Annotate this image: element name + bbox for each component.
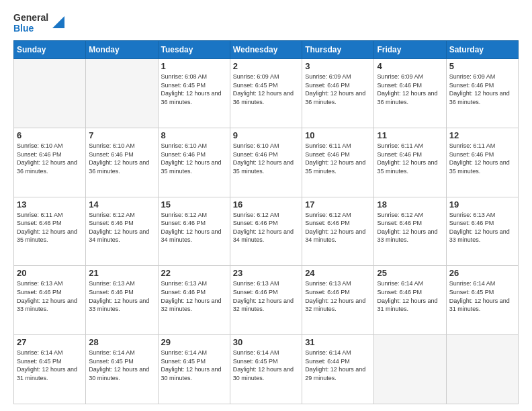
day-number: 21: [89, 268, 154, 278]
day-number: 1: [161, 61, 227, 71]
calendar-cell: 4Sunrise: 6:09 AMSunset: 6:46 PMDaylight…: [374, 59, 446, 128]
daylight-text: Daylight: 12 hours and 32 minutes.: [233, 297, 299, 314]
sunset-text: Sunset: 6:46 PM: [377, 288, 443, 297]
day-info: Sunrise: 6:09 AMSunset: 6:46 PMDaylight:…: [449, 73, 515, 106]
day-number: 20: [17, 268, 83, 278]
calendar-cell: [446, 335, 518, 404]
sunrise-text: Sunrise: 6:08 AM: [161, 73, 227, 81]
calendar-cell: 10Sunrise: 6:11 AMSunset: 6:46 PMDayligh…: [302, 128, 374, 197]
day-number: 22: [161, 268, 227, 278]
day-info: Sunrise: 6:10 AMSunset: 6:46 PMDaylight:…: [233, 142, 299, 175]
sunrise-text: Sunrise: 6:14 AM: [161, 349, 227, 357]
daylight-text: Daylight: 12 hours and 36 minutes.: [377, 89, 443, 106]
sunset-text: Sunset: 6:44 PM: [305, 357, 371, 366]
sunrise-text: Sunrise: 6:10 AM: [161, 142, 227, 150]
sunset-text: Sunset: 6:46 PM: [233, 219, 299, 228]
sunset-text: Sunset: 6:46 PM: [449, 219, 515, 228]
sunset-text: Sunset: 6:46 PM: [305, 81, 371, 90]
sunrise-text: Sunrise: 6:13 AM: [17, 279, 83, 288]
day-number: 10: [305, 130, 371, 140]
sunrise-text: Sunrise: 6:13 AM: [305, 279, 371, 288]
day-number: 28: [89, 337, 154, 347]
daylight-text: Daylight: 12 hours and 34 minutes.: [233, 228, 299, 244]
daylight-text: Daylight: 12 hours and 35 minutes.: [161, 158, 227, 175]
svg-marker-0: [52, 16, 64, 28]
daylight-text: Daylight: 12 hours and 36 minutes.: [161, 89, 227, 106]
sunset-text: Sunset: 6:46 PM: [17, 219, 83, 228]
day-info: Sunrise: 6:14 AMSunset: 6:45 PMDaylight:…: [17, 349, 83, 382]
calendar-cell: 26Sunrise: 6:14 AMSunset: 6:45 PMDayligh…: [446, 266, 518, 335]
day-info: Sunrise: 6:14 AMSunset: 6:45 PMDaylight:…: [449, 279, 515, 313]
sunrise-text: Sunrise: 6:11 AM: [377, 142, 443, 150]
calendar-cell: 11Sunrise: 6:11 AMSunset: 6:46 PMDayligh…: [374, 128, 446, 197]
day-info: Sunrise: 6:13 AMSunset: 6:46 PMDaylight:…: [161, 279, 227, 313]
day-info: Sunrise: 6:12 AMSunset: 6:46 PMDaylight:…: [161, 211, 227, 244]
calendar-cell: [374, 335, 446, 404]
calendar-cell: 8Sunrise: 6:10 AMSunset: 6:46 PMDaylight…: [158, 128, 230, 197]
day-number: 23: [233, 268, 299, 278]
week-row-4: 20Sunrise: 6:13 AMSunset: 6:46 PMDayligh…: [14, 266, 519, 335]
day-info: Sunrise: 6:14 AMSunset: 6:46 PMDaylight:…: [377, 279, 443, 313]
day-info: Sunrise: 6:08 AMSunset: 6:45 PMDaylight:…: [161, 73, 227, 106]
sunset-text: Sunset: 6:45 PM: [17, 357, 83, 366]
week-row-3: 13Sunrise: 6:11 AMSunset: 6:46 PMDayligh…: [14, 197, 519, 266]
daylight-text: Daylight: 12 hours and 31 minutes.: [377, 297, 443, 314]
calendar-cell: 23Sunrise: 6:13 AMSunset: 6:46 PMDayligh…: [230, 266, 302, 335]
sunrise-text: Sunrise: 6:14 AM: [305, 349, 371, 357]
day-number: 19: [449, 199, 515, 210]
day-number: 27: [17, 337, 83, 347]
calendar-cell: 14Sunrise: 6:12 AMSunset: 6:46 PMDayligh…: [86, 197, 158, 266]
daylight-text: Daylight: 12 hours and 33 minutes.: [377, 228, 443, 244]
daylight-text: Daylight: 12 hours and 30 minutes.: [89, 365, 154, 382]
sunset-text: Sunset: 6:46 PM: [449, 150, 515, 159]
daylight-text: Daylight: 12 hours and 34 minutes.: [305, 228, 371, 244]
sunset-text: Sunset: 6:46 PM: [161, 219, 227, 228]
day-info: Sunrise: 6:11 AMSunset: 6:46 PMDaylight:…: [377, 142, 443, 175]
col-header-saturday: Saturday: [446, 41, 518, 59]
day-number: 3: [305, 61, 371, 71]
col-header-friday: Friday: [374, 41, 446, 59]
calendar-cell: 9Sunrise: 6:10 AMSunset: 6:46 PMDaylight…: [230, 128, 302, 197]
day-info: Sunrise: 6:10 AMSunset: 6:46 PMDaylight:…: [161, 142, 227, 175]
col-header-sunday: Sunday: [14, 41, 86, 59]
col-header-monday: Monday: [86, 41, 158, 59]
calendar-cell: 20Sunrise: 6:13 AMSunset: 6:46 PMDayligh…: [14, 266, 86, 335]
sunset-text: Sunset: 6:45 PM: [89, 357, 154, 366]
sunrise-text: Sunrise: 6:14 AM: [233, 349, 299, 357]
sunrise-text: Sunrise: 6:13 AM: [233, 279, 299, 288]
col-header-thursday: Thursday: [302, 41, 374, 59]
daylight-text: Daylight: 12 hours and 34 minutes.: [89, 228, 154, 244]
sunset-text: Sunset: 6:45 PM: [233, 81, 299, 90]
sunset-text: Sunset: 6:46 PM: [305, 288, 371, 297]
day-info: Sunrise: 6:11 AMSunset: 6:46 PMDaylight:…: [17, 211, 83, 244]
daylight-text: Daylight: 12 hours and 30 minutes.: [233, 365, 299, 382]
day-info: Sunrise: 6:14 AMSunset: 6:45 PMDaylight:…: [161, 349, 227, 382]
day-info: Sunrise: 6:14 AMSunset: 6:45 PMDaylight:…: [89, 349, 154, 382]
sunset-text: Sunset: 6:46 PM: [233, 288, 299, 297]
daylight-text: Daylight: 12 hours and 32 minutes.: [161, 297, 227, 314]
sunrise-text: Sunrise: 6:13 AM: [161, 279, 227, 288]
day-info: Sunrise: 6:13 AMSunset: 6:46 PMDaylight:…: [449, 211, 515, 244]
sunrise-text: Sunrise: 6:12 AM: [305, 211, 371, 220]
sunrise-text: Sunrise: 6:11 AM: [449, 142, 515, 150]
daylight-text: Daylight: 12 hours and 30 minutes.: [161, 365, 227, 382]
col-header-tuesday: Tuesday: [158, 41, 230, 59]
sunrise-text: Sunrise: 6:14 AM: [17, 349, 83, 357]
day-info: Sunrise: 6:13 AMSunset: 6:46 PMDaylight:…: [89, 279, 154, 313]
day-number: 12: [449, 130, 515, 140]
calendar-cell: 16Sunrise: 6:12 AMSunset: 6:46 PMDayligh…: [230, 197, 302, 266]
day-number: 24: [305, 268, 371, 278]
calendar-cell: 15Sunrise: 6:12 AMSunset: 6:46 PMDayligh…: [158, 197, 230, 266]
day-number: 26: [449, 268, 515, 278]
day-number: 13: [17, 199, 83, 210]
daylight-text: Daylight: 12 hours and 29 minutes.: [305, 365, 371, 382]
calendar-cell: 22Sunrise: 6:13 AMSunset: 6:46 PMDayligh…: [158, 266, 230, 335]
day-info: Sunrise: 6:14 AMSunset: 6:45 PMDaylight:…: [233, 349, 299, 382]
day-info: Sunrise: 6:10 AMSunset: 6:46 PMDaylight:…: [89, 142, 154, 175]
daylight-text: Daylight: 12 hours and 31 minutes.: [449, 297, 515, 314]
calendar-cell: 17Sunrise: 6:12 AMSunset: 6:46 PMDayligh…: [302, 197, 374, 266]
sunset-text: Sunset: 6:46 PM: [89, 288, 154, 297]
calendar-cell: 13Sunrise: 6:11 AMSunset: 6:46 PMDayligh…: [14, 197, 86, 266]
calendar-cell: 6Sunrise: 6:10 AMSunset: 6:46 PMDaylight…: [14, 128, 86, 197]
sunrise-text: Sunrise: 6:14 AM: [89, 349, 154, 357]
